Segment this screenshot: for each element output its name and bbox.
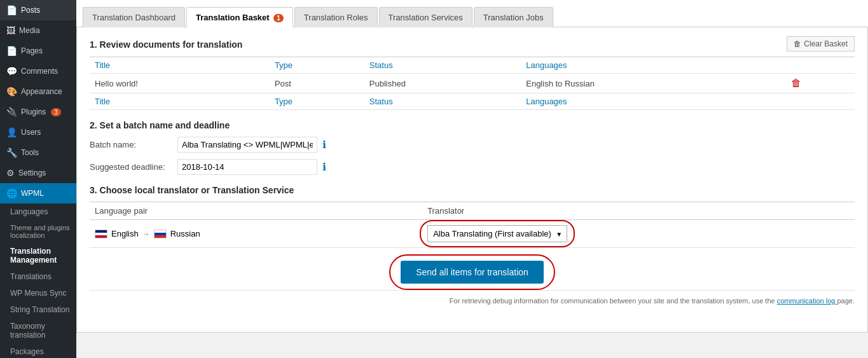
deadline-row: Suggested deadline: ℹ xyxy=(90,159,855,175)
tab-translation-dashboard[interactable]: Translation Dashboard xyxy=(83,7,185,27)
trash-icon: 🗑 xyxy=(794,39,801,48)
tabs-bar: Translation Dashboard Translation Basket… xyxy=(76,0,868,27)
settings-icon: ⚙ xyxy=(6,168,15,178)
batch-name-row: Batch name: ℹ xyxy=(90,137,855,153)
footer-note: For retrieving debug information for com… xyxy=(90,290,855,305)
col-status2: Status xyxy=(364,93,521,110)
col-translator: Translator xyxy=(422,202,855,220)
sidebar-sub-translation-management[interactable]: Translation Management xyxy=(0,243,76,268)
sidebar-item-posts[interactable]: 📄 Posts xyxy=(0,0,76,20)
lang-to: Russian xyxy=(170,229,200,238)
row-languages: English to Russian xyxy=(521,74,786,93)
arrow-icon: → xyxy=(142,230,150,238)
sidebar-item-plugins[interactable]: 🔌 Plugins 3 xyxy=(0,102,76,122)
sidebar-item-tools[interactable]: 🔧 Tools xyxy=(0,142,76,163)
col-lang-pair: Language pair xyxy=(90,202,422,220)
sidebar-item-appearance[interactable]: 🎨 Appearance xyxy=(0,81,76,102)
col-title2: Title xyxy=(90,93,270,110)
users-icon: 👤 xyxy=(6,127,17,137)
deadline-info-icon[interactable]: ℹ xyxy=(322,161,326,173)
tab-translation-basket[interactable]: Translation Basket 1 xyxy=(186,7,293,27)
tab-translation-jobs[interactable]: Translation Jobs xyxy=(474,7,553,27)
col-languages2: Languages xyxy=(521,93,786,110)
row-status: Published xyxy=(364,74,521,93)
sidebar-sub-languages[interactable]: Languages xyxy=(0,203,76,220)
flag-uk xyxy=(95,230,107,238)
send-all-button[interactable]: Send all items for translation xyxy=(401,261,544,284)
posts-icon: 📄 xyxy=(6,5,17,15)
sidebar-item-wpml[interactable]: 🌐 WPML xyxy=(0,183,76,203)
wpml-icon: 🌐 xyxy=(6,188,17,198)
deadline-input[interactable] xyxy=(177,159,317,175)
content-area: 1. Review documents for translation 🗑 Cl… xyxy=(76,27,868,333)
flag-ru xyxy=(154,230,167,238)
col-action xyxy=(786,57,855,74)
translator-header-row: Language pair Translator xyxy=(90,202,855,220)
sidebar-item-media[interactable]: 🖼 Media xyxy=(0,20,76,41)
plugins-badge: 3 xyxy=(51,108,61,116)
sidebar-sub-taxonomy-translation[interactable]: Taxonomy translation xyxy=(0,318,76,343)
basket-badge: 1 xyxy=(273,14,284,22)
translator-dropdown-wrapper: Alba Translating (First available) Local… xyxy=(427,225,567,242)
sidebar-item-comments[interactable]: 💬 Comments xyxy=(0,61,76,81)
section1-title: 1. Review documents for translation xyxy=(90,39,242,50)
batch-name-label: Batch name: xyxy=(90,140,172,149)
translator-select-cell: Alba Translating (First available) Local… xyxy=(422,220,855,248)
sidebar-sub-wp-menus-sync[interactable]: WP Menus Sync xyxy=(0,285,76,301)
col-status: Status xyxy=(364,57,521,74)
row-type: Post xyxy=(270,74,364,93)
sidebar-item-settings[interactable]: ⚙ Settings xyxy=(0,163,76,183)
tab-translation-roles[interactable]: Translation Roles xyxy=(294,7,378,27)
sidebar-sub-string-translation[interactable]: String Translation xyxy=(0,301,76,318)
row-delete[interactable]: 🗑 xyxy=(786,74,855,93)
table-row: Hello world! Post Published English to R… xyxy=(90,74,855,93)
col-title: Title xyxy=(90,57,270,74)
clear-basket-button[interactable]: 🗑 Clear Basket xyxy=(787,36,855,52)
table-header-row2: Title Type Status Languages xyxy=(90,93,855,110)
pages-icon: 📄 xyxy=(6,46,17,56)
lang-pair-cell: English → Russian xyxy=(90,220,422,248)
translator-select[interactable]: Alba Translating (First available) Local… xyxy=(427,225,567,242)
translator-table: Language pair Translator English → Rus xyxy=(90,202,855,248)
sidebar-sub-theme-plugins[interactable]: Theme and plugins localization xyxy=(0,220,76,243)
col-type: Type xyxy=(270,57,364,74)
section2-title: 2. Set a batch name and deadline xyxy=(90,120,855,130)
col-languages: Languages xyxy=(521,57,786,74)
table-header-row1: Title Type Status Languages xyxy=(90,57,855,74)
tab-translation-services[interactable]: Translation Services xyxy=(379,7,472,27)
translator-row: English → Russian Alba Translating (Fir xyxy=(90,220,855,248)
send-btn-container: Send all items for translation xyxy=(90,261,855,284)
col-type2: Type xyxy=(270,93,364,110)
plugins-icon: 🔌 xyxy=(6,107,17,117)
deadline-label: Suggested deadline: xyxy=(90,162,172,172)
sidebar-sub-translations[interactable]: Translations xyxy=(0,268,76,285)
lang-pair: English → Russian xyxy=(95,229,417,238)
send-button-highlight: Send all items for translation xyxy=(401,261,544,284)
lang-from: English xyxy=(111,229,139,238)
communication-log-link[interactable]: communication log xyxy=(777,297,837,305)
comments-icon: 💬 xyxy=(6,66,17,76)
delete-icon[interactable]: 🗑 xyxy=(791,78,801,88)
media-icon: 🖼 xyxy=(6,25,15,36)
section3-title: 3. Choose local translator or Translatio… xyxy=(90,185,855,195)
sidebar-item-pages[interactable]: 📄 Pages xyxy=(0,41,76,61)
sidebar-sub-packages[interactable]: Packages xyxy=(0,343,76,358)
batch-info-icon[interactable]: ℹ xyxy=(322,139,326,151)
batch-name-input[interactable] xyxy=(177,137,317,153)
tools-icon: 🔧 xyxy=(6,148,17,158)
documents-table: Title Type Status Languages Hello world!… xyxy=(90,57,855,110)
sidebar: 📄 Posts 🖼 Media 📄 Pages 💬 Comments 🎨 App… xyxy=(0,0,76,358)
row-title: Hello world! xyxy=(90,74,270,93)
main-content: Translation Dashboard Translation Basket… xyxy=(76,0,868,358)
appearance-icon: 🎨 xyxy=(6,86,17,97)
sidebar-item-users[interactable]: 👤 Users xyxy=(0,122,76,142)
